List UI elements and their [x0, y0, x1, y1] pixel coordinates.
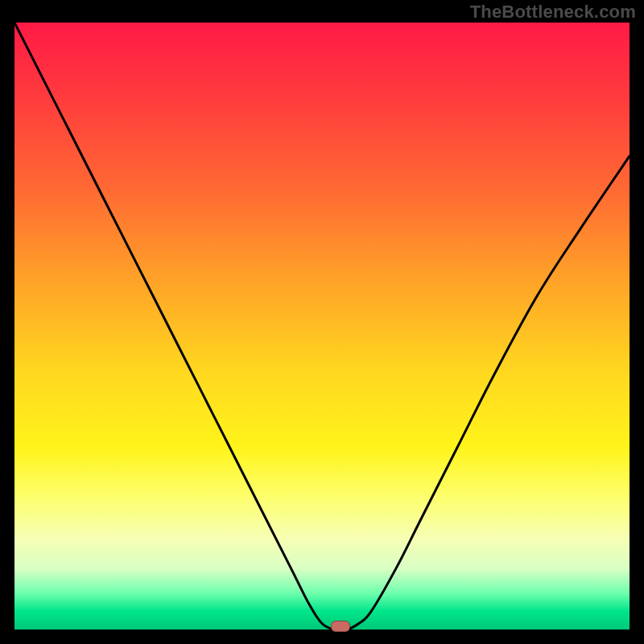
minimum-marker — [331, 621, 350, 632]
plot-area — [14, 23, 630, 630]
chart-frame: TheBottleneck.com — [0, 0, 644, 644]
watermark-text: TheBottleneck.com — [470, 2, 636, 23]
bottleneck-curve — [14, 23, 630, 630]
